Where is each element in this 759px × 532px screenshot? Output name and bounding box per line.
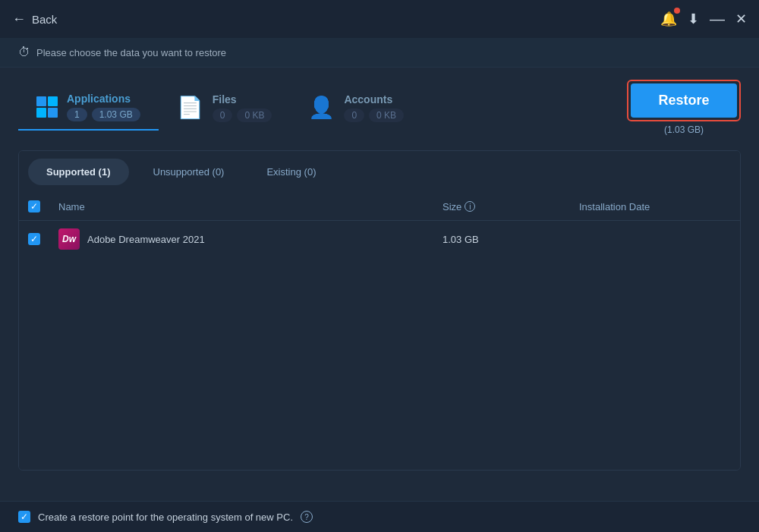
app-name-cell: Dw Adobe Dreamweaver 2021	[58, 228, 442, 250]
accounts-icon: 👤	[308, 95, 335, 120]
files-badges: 0 0 KB	[213, 109, 272, 122]
download-icon[interactable]: ⬇	[688, 11, 699, 27]
app-logo: Dw	[58, 228, 80, 250]
applications-size: 1.03 GB	[92, 108, 140, 121]
restore-section: Restore (1.03 GB)	[627, 80, 741, 135]
restore-size: (1.03 GB)	[664, 124, 704, 135]
minimize-icon[interactable]: —	[710, 11, 725, 28]
tab-supported[interactable]: Supported (1)	[28, 159, 129, 185]
category-item-files[interactable]: 📄 Files 0 0 KB	[159, 86, 291, 130]
files-info: Files 0 0 KB	[213, 93, 272, 122]
bottom-checkbox[interactable]: ✓	[18, 511, 30, 523]
accounts-info: Accounts 0 0 KB	[344, 93, 404, 122]
size-info-icon[interactable]: i	[465, 201, 475, 212]
close-icon[interactable]: ✕	[735, 11, 747, 27]
accounts-count: 0	[344, 109, 364, 122]
main-content: Applications 1 1.03 GB 📄 Files 0 0 KB 👤	[0, 68, 759, 483]
category-item-applications[interactable]: Applications 1 1.03 GB	[18, 85, 159, 131]
category-row: Applications 1 1.03 GB 📄 Files 0 0 KB 👤	[18, 80, 741, 135]
notification-icon[interactable]: 🔔	[660, 11, 677, 27]
accounts-badges: 0 0 KB	[344, 109, 404, 122]
app-name: Adobe Dreamweaver 2021	[87, 234, 205, 245]
app-size: 1.03 GB	[442, 234, 579, 245]
applications-icon	[36, 96, 58, 118]
header-bar: ⏱ Please choose the data you want to res…	[0, 38, 759, 68]
column-name: Name	[58, 201, 442, 212]
restore-clock-icon: ⏱	[18, 46, 30, 59]
applications-info: Applications 1 1.03 GB	[67, 93, 140, 121]
panel-empty-area	[19, 257, 740, 470]
header-instruction: Please choose the data you want to resto…	[36, 47, 226, 58]
table-header: ✓ Name Size i Installation Date	[19, 193, 740, 221]
restore-btn-wrapper: Restore	[627, 80, 741, 121]
title-bar: ← Back 🔔 ⬇ — ✕	[0, 0, 759, 38]
back-arrow-icon: ←	[12, 11, 26, 27]
applications-badges: 1 1.03 GB	[67, 108, 140, 121]
files-count: 0	[213, 109, 233, 122]
title-bar-actions: 🔔 ⬇ — ✕	[660, 11, 747, 28]
bottom-checkbox-check: ✓	[20, 512, 28, 522]
row-checkbox-check: ✓	[30, 235, 38, 244]
table-wrapper: Supported (1) Unsupported (0) Existing (…	[18, 150, 741, 471]
accounts-label: Accounts	[344, 93, 404, 105]
header-checkbox-check: ✓	[30, 202, 38, 211]
back-button[interactable]: ← Back	[12, 11, 57, 27]
files-size: 0 KB	[237, 109, 272, 122]
row-checkbox[interactable]: ✓	[28, 233, 40, 245]
tabs-row: Supported (1) Unsupported (0) Existing (…	[19, 151, 740, 193]
restore-button[interactable]: Restore	[631, 83, 737, 118]
notification-badge	[674, 8, 680, 14]
bottom-label: Create a restore point for the operating…	[38, 512, 293, 523]
bottom-bar: ✓ Create a restore point for the operati…	[0, 501, 759, 532]
applications-count: 1	[67, 108, 87, 121]
tab-unsupported[interactable]: Unsupported (0)	[135, 159, 243, 185]
files-icon: 📄	[177, 95, 203, 120]
category-item-accounts[interactable]: 👤 Accounts 0 0 KB	[290, 86, 422, 130]
tab-existing[interactable]: Existing (0)	[248, 159, 334, 185]
table-row: ✓ Dw Adobe Dreamweaver 2021 1.03 GB	[19, 221, 740, 257]
column-install-date: Installation Date	[579, 201, 731, 212]
accounts-size: 0 KB	[369, 109, 404, 122]
header-checkbox[interactable]: ✓	[28, 200, 40, 212]
help-icon[interactable]: ?	[301, 511, 313, 523]
applications-label: Applications	[67, 93, 140, 105]
back-label: Back	[32, 13, 57, 26]
column-size: Size i	[442, 201, 579, 212]
files-label: Files	[213, 93, 272, 105]
